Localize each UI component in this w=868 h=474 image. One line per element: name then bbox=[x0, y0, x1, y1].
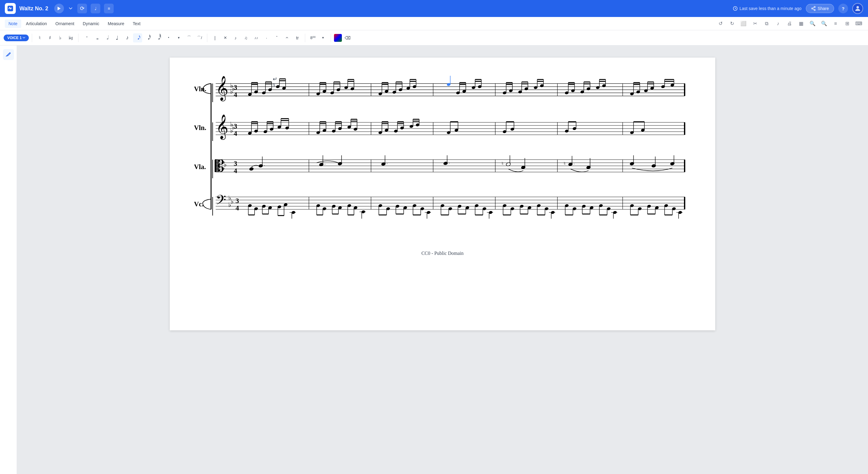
svg-text:4: 4 bbox=[234, 167, 237, 175]
voice-insert-button[interactable]: ♪ bbox=[773, 19, 782, 28]
toolbar-separator-1 bbox=[32, 34, 32, 42]
svg-point-3 bbox=[812, 8, 813, 9]
measure-marker: ↵ 9 bbox=[273, 76, 277, 88]
svg-text:.: . bbox=[324, 161, 326, 165]
lines-button[interactable]: ≡ bbox=[831, 19, 840, 28]
fermata-toolbar-button[interactable]: 𝄐 bbox=[282, 33, 291, 42]
voice-selector[interactable]: VOICE 1 bbox=[4, 35, 29, 41]
natural-button[interactable]: ♮ bbox=[35, 33, 44, 42]
accent-toolbar-button[interactable]: ˆ bbox=[272, 33, 281, 42]
trill-toolbar-button[interactable]: tr bbox=[293, 33, 302, 42]
pitch-dropdown[interactable]: ▾ bbox=[318, 33, 328, 42]
copy-button[interactable]: ⧉ bbox=[762, 19, 771, 28]
menu-ornament[interactable]: Ornament bbox=[52, 20, 78, 28]
share-button[interactable]: Share bbox=[806, 4, 834, 13]
flip-button[interactable]: ✕ bbox=[221, 33, 230, 42]
play-button[interactable] bbox=[54, 4, 64, 13]
flat-button[interactable]: ♭ bbox=[56, 33, 65, 42]
metronome-button[interactable]: ♩ bbox=[91, 4, 100, 13]
note-head-button[interactable]: ♪ bbox=[231, 33, 240, 42]
redo-button[interactable]: ↻ bbox=[727, 19, 737, 28]
mixer-button2[interactable]: ⊞ bbox=[842, 19, 851, 28]
menu-right-icons: ↺ ↻ ⬜ ✂ ⧉ ♪ 🖨 ▦ 🔍 🔍 ≡ ⊞ ⌨ bbox=[716, 19, 863, 28]
score-page: ↵ 9 Vln. 𝄞 3 4 bbox=[170, 58, 715, 330]
svg-text:4: 4 bbox=[234, 130, 237, 137]
svg-point-8 bbox=[857, 6, 859, 8]
svg-text:.: . bbox=[574, 160, 575, 165]
svg-text:3: 3 bbox=[236, 197, 239, 204]
app-logo[interactable] bbox=[5, 3, 16, 14]
score-notation: Vln. 𝄞 3 4 ♭ ♭ ♭ bbox=[194, 76, 691, 237]
svg-point-270 bbox=[249, 167, 254, 171]
svg-text:𝄢: 𝄢 bbox=[216, 193, 226, 211]
dot-dropdown[interactable]: ▾ bbox=[174, 33, 183, 42]
svg-text:♭: ♭ bbox=[228, 201, 231, 208]
zoom-in-button[interactable]: 🔍 bbox=[808, 19, 817, 28]
user-avatar[interactable] bbox=[852, 3, 863, 14]
staccato-toolbar-button[interactable]: · bbox=[262, 33, 271, 42]
zoom-out-button[interactable]: 🔍 bbox=[819, 19, 829, 28]
svg-line-6 bbox=[812, 7, 814, 8]
whole-rest-button[interactable]: 𝄻 bbox=[82, 33, 91, 42]
svg-point-5 bbox=[814, 9, 815, 10]
half-note-button[interactable]: 𝅗𝅥 bbox=[102, 33, 111, 42]
menu-text[interactable]: Text bbox=[129, 20, 144, 28]
svg-text:3: 3 bbox=[234, 160, 237, 167]
quarter-note-button[interactable]: ♩ bbox=[113, 33, 122, 42]
help-button[interactable]: ? bbox=[838, 4, 848, 13]
svg-text:♭: ♭ bbox=[230, 88, 233, 95]
delete-button[interactable]: ⌫ bbox=[343, 33, 352, 42]
sharp-button[interactable]: ♯ bbox=[45, 33, 55, 42]
eighth-note-button[interactable]: ♪ bbox=[123, 33, 132, 42]
menu-dynamic[interactable]: Dynamic bbox=[79, 20, 103, 28]
undo-button[interactable]: ↺ bbox=[716, 19, 725, 28]
whole-note-button[interactable]: 𝅝 bbox=[92, 33, 101, 42]
main-layout: ↵ 9 Vln. 𝄞 3 4 bbox=[0, 45, 868, 474]
dot-button[interactable]: · bbox=[164, 33, 173, 42]
svg-text:𝄞: 𝄞 bbox=[216, 76, 228, 101]
print-button[interactable]: 🖨 bbox=[785, 19, 794, 28]
svg-text:.: . bbox=[264, 162, 265, 167]
svg-text:.: . bbox=[387, 160, 388, 165]
last-save-indicator: Last save less than a minute ago bbox=[733, 6, 802, 11]
svg-text:♭: ♭ bbox=[222, 164, 225, 171]
thirty-second-note-button[interactable]: 𝅘𝅥𝅰 bbox=[143, 33, 152, 42]
menu-measure[interactable]: Measure bbox=[104, 20, 128, 28]
loop-button[interactable]: ⟳ bbox=[77, 4, 87, 13]
beam-break-button[interactable]: ⌒/ bbox=[195, 33, 204, 42]
menu-bar: Note Articulation Ornament Dynamic Measu… bbox=[0, 17, 868, 30]
svg-text:Vla.: Vla. bbox=[194, 163, 206, 170]
tie-button[interactable]: ⌒ bbox=[185, 33, 194, 42]
menu-note[interactable]: Note bbox=[5, 20, 21, 28]
top-header: Waltz No. 2 ⟳ ♩ ≡ Last save less than a … bbox=[0, 0, 868, 17]
note-toolbar: VOICE 1 ♮ ♯ ♭ 𝄫♯ 𝄻 𝅝 𝅗𝅥 ♩ ♪ 𝅘𝅥𝅯 𝅘𝅥𝅰 𝅘𝅥𝅱 … bbox=[0, 30, 868, 45]
edit-tool-button[interactable] bbox=[3, 49, 14, 60]
expand-button[interactable]: ⬜ bbox=[739, 19, 748, 28]
cursor-button[interactable]: | bbox=[210, 33, 219, 42]
pitch-button[interactable]: 8⁰⁰ bbox=[308, 33, 317, 42]
chord-button[interactable]: ♫ bbox=[241, 33, 250, 42]
header-right: Last save less than a minute ago Share ? bbox=[733, 3, 863, 14]
svg-text:♭: ♭ bbox=[230, 127, 233, 134]
transport-dropdown[interactable] bbox=[68, 6, 74, 11]
svg-text:Vc.: Vc. bbox=[194, 200, 204, 208]
score-area[interactable]: ↵ 9 Vln. 𝄞 3 4 bbox=[17, 45, 868, 474]
table-button[interactable]: ▦ bbox=[797, 19, 806, 28]
svg-line-7 bbox=[812, 9, 814, 10]
cut-button[interactable]: ✂ bbox=[750, 19, 760, 28]
document-title: Waltz No. 2 bbox=[20, 5, 48, 12]
double-flat-sharp-button[interactable]: 𝄫♯ bbox=[66, 33, 75, 42]
menu-articulation[interactable]: Articulation bbox=[23, 20, 51, 28]
svg-text:.: . bbox=[449, 159, 450, 164]
svg-text:𝄞: 𝄞 bbox=[216, 115, 228, 140]
mixer-button[interactable]: ≡ bbox=[104, 4, 114, 13]
sixteenth-note-button[interactable]: 𝅘𝅥𝅯 bbox=[133, 33, 142, 42]
repeat-arrow: ↵ bbox=[273, 76, 277, 83]
grace-note-button[interactable]: ♪♪ bbox=[252, 33, 261, 42]
toolbar-separator-5 bbox=[331, 34, 331, 42]
sixty-fourth-note-button[interactable]: 𝅘𝅥𝅱 bbox=[154, 33, 163, 42]
svg-text:4: 4 bbox=[234, 91, 237, 98]
keyboard-button[interactable]: ⌨ bbox=[854, 19, 863, 28]
color-button[interactable] bbox=[334, 34, 342, 42]
left-panel bbox=[0, 45, 17, 474]
